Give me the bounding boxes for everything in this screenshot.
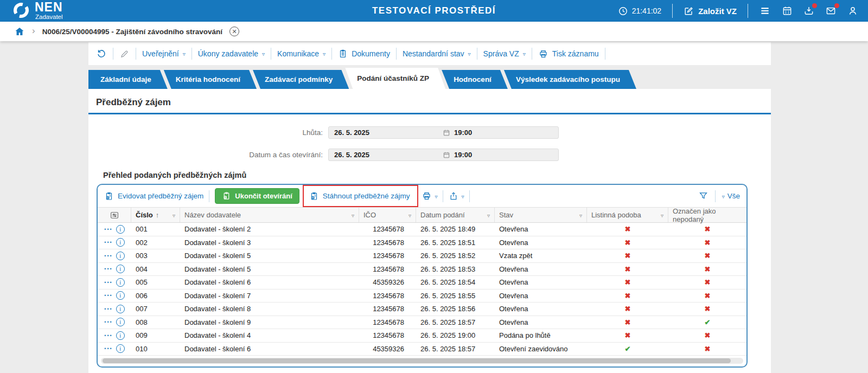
cell-nazev-dodavatele: Dodavatel - školení 3	[180, 239, 359, 247]
table-row[interactable]: •••i004Dodavatel - školení 51234567826. …	[98, 263, 746, 276]
chevron-down-icon: ▿	[352, 213, 354, 218]
column-header-nepodany[interactable]: Označen jako nepodaný	[668, 208, 746, 222]
form-row-lhuta: Lhůta: 26. 5. 2025 19:00	[88, 126, 771, 139]
table-row[interactable]: •••i010Dodavatel - školení 64535932626. …	[98, 343, 746, 356]
table-row[interactable]: •••i002Dodavatel - školení 31234567826. …	[98, 236, 746, 250]
cell-stav: Podána po lhůtě	[495, 331, 587, 339]
row-menu-icon[interactable]: •••	[104, 346, 112, 351]
row-menu-icon[interactable]: •••	[104, 319, 112, 325]
row-menu-icon[interactable]: •••	[104, 240, 112, 245]
table-row[interactable]: •••i001Dodavatel - školení 21234567826. …	[98, 223, 746, 236]
row-menu-icon[interactable]: •••	[104, 293, 112, 298]
menu-label: Úkony zadavatele	[198, 49, 258, 58]
menu-sprava-vz[interactable]: Správa VZ▿	[483, 49, 526, 58]
tab-podani-ucastniku-zp[interactable]: Podání účastníků ZP	[345, 68, 445, 89]
column-header-cislo[interactable]: Číslo ↑ ▿	[131, 208, 180, 222]
table-row[interactable]: •••i009Dodavatel - školení 41234567826. …	[98, 329, 746, 343]
stahnout-button[interactable]: Stáhnout předběžné zájmy	[309, 191, 410, 201]
table-row[interactable]: •••i006Dodavatel - školení 71234567826. …	[98, 290, 746, 303]
menu-uverejneni[interactable]: Uveřejnění▿	[142, 49, 186, 58]
info-icon[interactable]: i	[116, 318, 125, 326]
column-settings-button[interactable]	[98, 208, 131, 222]
ukoncit-oteviranni-button[interactable]: Ukončit otevírání	[215, 188, 299, 204]
top-bar: NEN Zadavatel TESTOVACÍ PROSTŘEDÍ 21:41:…	[0, 0, 868, 22]
cell-stav: Otevřena	[495, 239, 587, 247]
refresh-icon[interactable]	[96, 48, 107, 59]
close-icon[interactable]: ✕	[229, 27, 239, 36]
filter-icon[interactable]	[698, 191, 709, 201]
info-icon[interactable]: i	[116, 252, 125, 260]
chevron-down-icon: ▿	[487, 213, 490, 218]
record-toolbar: Uveřejnění▿ Úkony zadavatele▿ Komunikace…	[88, 42, 771, 65]
horizontal-scrollbar[interactable]	[101, 358, 743, 364]
column-header-nazev[interactable]: Název dodavatele ▿	[180, 208, 359, 222]
row-actions-cell: •••i	[98, 344, 131, 353]
table-row[interactable]: •••i007Dodavatel - školení 81234567826. …	[98, 303, 746, 316]
info-icon[interactable]: i	[116, 225, 125, 234]
tab-kriteria-hodnoceni[interactable]: Kritéria hodnocení	[164, 70, 257, 89]
toolbar-divider	[271, 48, 271, 60]
date-value: 26. 5. 2025	[334, 128, 443, 137]
print-table-button[interactable]: ▿	[422, 191, 437, 201]
menu-nestandardni-stav[interactable]: Nestandardní stav▿	[403, 49, 471, 58]
info-icon[interactable]: i	[116, 331, 125, 340]
cell-oznacen-nepodany: ✖	[668, 305, 746, 313]
row-menu-icon[interactable]: •••	[104, 306, 112, 312]
column-header-stav[interactable]: Stav ▿	[495, 208, 587, 222]
info-icon[interactable]: i	[116, 238, 125, 247]
mail-icon[interactable]	[825, 5, 837, 16]
menu-komunikace[interactable]: Komunikace▿	[277, 49, 326, 58]
info-icon[interactable]: i	[116, 305, 125, 313]
table-row[interactable]: •••i005Dodavatel - školení 64535932626. …	[98, 276, 746, 290]
pencil-icon[interactable]	[119, 49, 130, 59]
cross-icon: ✖	[705, 225, 711, 233]
check-icon: ✔	[625, 345, 631, 353]
table-header: Číslo ↑ ▿ Název dodavatele ▿ IČO ▿ Datum…	[98, 207, 746, 223]
cross-icon: ✖	[625, 305, 631, 313]
hamburger-menu-icon[interactable]	[759, 5, 771, 16]
table-row[interactable]: •••i008Dodavatel - školení 91234567826. …	[98, 316, 746, 330]
cell-stav: Otevřena	[495, 225, 587, 233]
row-menu-icon[interactable]: •••	[104, 280, 112, 285]
column-label: Listinná podoba	[591, 211, 641, 219]
export-button[interactable]: ▿	[449, 191, 464, 201]
download-icon[interactable]	[803, 5, 814, 16]
info-icon[interactable]: i	[116, 278, 125, 287]
user-icon[interactable]	[847, 5, 858, 16]
row-actions-cell: •••i	[98, 238, 131, 247]
table-row[interactable]: •••i003Dodavatel - školení 51234567826. …	[98, 249, 746, 263]
chevron-down-icon: ▿	[323, 51, 326, 57]
button-label: Stáhnout předběžné zájmy	[323, 192, 410, 200]
row-menu-icon[interactable]: •••	[104, 266, 112, 272]
menu-dokumenty[interactable]: Dokumenty	[338, 49, 390, 59]
home-icon[interactable]	[14, 26, 25, 37]
scrollbar-thumb[interactable]	[103, 358, 731, 363]
row-menu-icon[interactable]: •••	[104, 253, 112, 259]
chevron-down-icon: ▿	[435, 194, 437, 200]
tab-zadavaci-podminky[interactable]: Zadávací podmínky	[253, 70, 349, 89]
menu-label: Správa VZ	[483, 49, 519, 58]
vse-filter-dropdown[interactable]: ▿ Vše	[722, 192, 740, 200]
column-header-datum[interactable]: Datum podání ▿	[416, 208, 495, 222]
toolbar-divider	[136, 48, 136, 60]
chevron-down-icon: ▿	[661, 213, 663, 218]
cell-cislo: 005	[131, 278, 180, 286]
column-header-listinna[interactable]: Listinná podoba ▿	[587, 208, 668, 222]
evidovat-button[interactable]: Evidovat předběžný zájem	[104, 191, 203, 201]
info-icon[interactable]: i	[116, 265, 125, 273]
menu-ukony-zadavatele[interactable]: Úkony zadavatele▿	[198, 49, 265, 58]
tab-vysledek-zadavaciho-postupu[interactable]: Výsledek zadávacího postupu	[504, 70, 636, 89]
column-header-ico[interactable]: IČO ▿	[359, 208, 416, 222]
info-icon[interactable]: i	[116, 291, 125, 300]
row-menu-icon[interactable]: •••	[104, 333, 112, 338]
button-label: Evidovat předběžný zájem	[118, 192, 203, 200]
breadcrumb-item[interactable]: N006/25/V00004995 - Zajištění závodního …	[42, 28, 222, 36]
zalozit-vz-button[interactable]: Založit VZ	[684, 6, 737, 16]
tab-hodnoceni[interactable]: Hodnocení	[442, 70, 508, 89]
tab-zakladni-udaje[interactable]: Základní údaje	[88, 70, 168, 89]
calendar-icon[interactable]	[782, 5, 793, 16]
info-icon[interactable]: i	[116, 344, 125, 353]
menu-tisk-zaznamu[interactable]: Tisk záznamu	[538, 49, 599, 59]
row-menu-icon[interactable]: •••	[104, 227, 112, 232]
cross-icon: ✖	[705, 252, 711, 260]
